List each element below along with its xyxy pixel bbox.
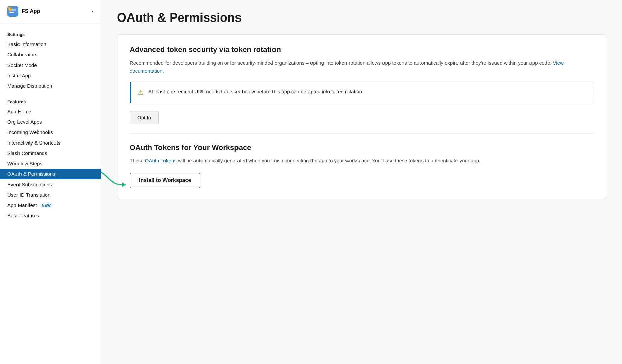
sidebar: F FS App ▾ Settings Basic Information Co… <box>0 0 101 364</box>
sidebar-item-org-level-apps[interactable]: Org Level Apps <box>0 117 101 127</box>
sidebar-item-workflow-steps[interactable]: Workflow Steps <box>0 158 101 169</box>
content-card: Advanced token security via token rotati… <box>117 34 606 199</box>
warning-icon: ⚠ <box>138 88 144 96</box>
sidebar-item-app-home[interactable]: App Home <box>0 106 101 117</box>
sidebar-item-slash-commands[interactable]: Slash Commands <box>0 148 101 158</box>
page-title: OAuth & Permissions <box>117 11 606 25</box>
svg-marker-6 <box>122 182 126 187</box>
sidebar-item-user-id-translation[interactable]: User ID Translation <box>0 190 101 200</box>
warning-box: ⚠ At least one redirect URL needs to be … <box>130 82 593 103</box>
token-security-title: Advanced token security via token rotati… <box>130 45 593 54</box>
oauth-tokens-section: OAuth Tokens for Your Workspace These OA… <box>130 143 593 188</box>
sidebar-item-collaborators[interactable]: Collaborators <box>0 49 101 60</box>
new-badge: NEW <box>40 203 53 208</box>
app-icon: F <box>7 6 18 17</box>
sidebar-item-interactivity-shortcuts[interactable]: Interactivity & Shortcuts <box>0 137 101 148</box>
sidebar-item-oauth-permissions[interactable]: OAuth & Permissions <box>0 169 101 179</box>
install-btn-wrapper: Install to Workspace <box>130 173 593 188</box>
app-name: FS App <box>22 8 88 14</box>
oauth-tokens-link[interactable]: OAuth Tokens <box>145 158 177 163</box>
svg-text:F: F <box>9 7 11 11</box>
sidebar-item-install-app[interactable]: Install App <box>0 70 101 81</box>
warning-text: At least one redirect URL needs to be se… <box>148 88 362 96</box>
green-arrow-icon <box>101 166 126 190</box>
oauth-tokens-title: OAuth Tokens for Your Workspace <box>130 143 593 152</box>
sidebar-item-beta-features[interactable]: Beta Features <box>0 210 101 221</box>
settings-section-header: Settings <box>0 29 101 39</box>
sidebar-item-socket-mode[interactable]: Socket Mode <box>0 60 101 70</box>
sidebar-item-manage-distribution[interactable]: Manage Distribution <box>0 81 101 91</box>
sidebar-item-event-subscriptions[interactable]: Event Subscriptions <box>0 179 101 190</box>
main-content: OAuth & Permissions Advanced token secur… <box>101 0 622 364</box>
token-security-section: Advanced token security via token rotati… <box>130 45 593 124</box>
token-security-description: Recommended for developers building on o… <box>130 59 593 75</box>
oauth-tokens-description: These OAuth Tokens will be automatically… <box>130 157 593 165</box>
install-to-workspace-button[interactable]: Install to Workspace <box>130 173 200 188</box>
sidebar-item-basic-information[interactable]: Basic Information <box>0 39 101 49</box>
opt-in-button[interactable]: Opt In <box>130 111 159 124</box>
chevron-down-icon: ▾ <box>91 9 93 14</box>
svg-rect-3 <box>9 12 14 13</box>
sidebar-navigation: Settings Basic Information Collaborators… <box>0 23 101 364</box>
sidebar-item-incoming-webhooks[interactable]: Incoming Webhooks <box>0 127 101 137</box>
features-section-header: Features <box>0 96 101 106</box>
sidebar-item-app-manifest[interactable]: App Manifest NEW <box>0 200 101 210</box>
app-selector[interactable]: F FS App ▾ <box>0 0 101 23</box>
app-manifest-label: App Manifest <box>7 202 37 208</box>
section-divider <box>130 133 593 134</box>
